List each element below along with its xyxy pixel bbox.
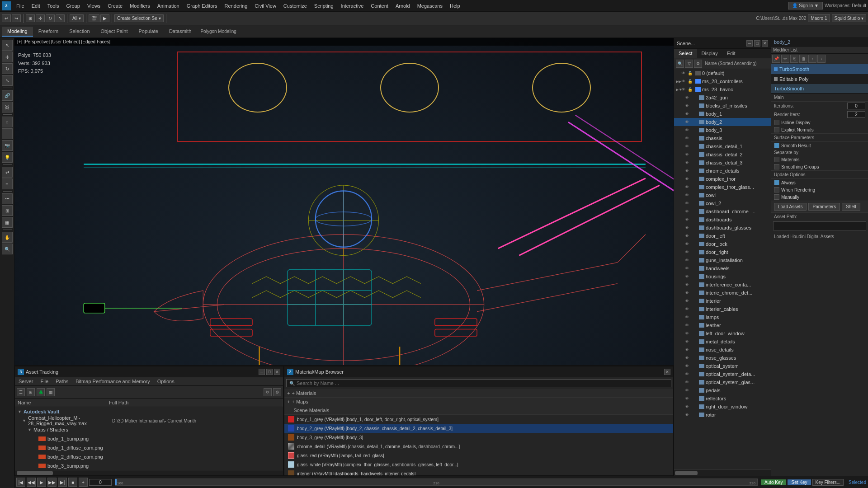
scene-item-interier-cables[interactable]: 👁 interier_cables <box>674 305 771 313</box>
move-button[interactable]: ✛ <box>36 14 45 22</box>
scene-tab-display[interactable]: Display <box>697 49 722 58</box>
scene-item-left-door-window[interactable]: 👁 left_door_window <box>674 329 771 338</box>
ts-explicit-row[interactable]: Explicit Normals <box>771 126 868 133</box>
scene-item-chassis-detail-2[interactable]: 👁 chassis_detail_2 <box>674 150 771 159</box>
lt-move[interactable]: ✛ <box>2 52 13 62</box>
asset-file-list[interactable]: ▼ Autodesk Vault ▼ Combat_Helicopter_Mi-… <box>15 407 283 470</box>
mat-body3-grey[interactable]: body_3_grey (VRayMtl) [body_3] <box>284 433 673 442</box>
scene-maximize-button[interactable]: □ <box>754 40 760 47</box>
ts-materials-row[interactable]: Materials <box>771 156 868 163</box>
ts-always-check[interactable] <box>774 180 779 185</box>
asset-row-autodesk-vault[interactable]: ▼ Autodesk Vault <box>15 407 283 416</box>
ts-render-iters-input[interactable] <box>847 111 865 118</box>
asset-tree-view[interactable]: 🌲 <box>37 388 45 396</box>
render-button[interactable]: ▶ <box>100 14 109 22</box>
menu-rendering[interactable]: Rendering <box>221 2 251 10</box>
asset-row-max-file[interactable]: ▼ Combat_Helicopter_Mi-28_Rigged_max_vra… <box>15 416 283 425</box>
ts-when-rendering-row[interactable]: When Rendering <box>771 186 868 193</box>
asset-refresh-button[interactable]: ↻ <box>264 388 272 396</box>
asset-detail-view[interactable]: ⊞ <box>27 388 35 396</box>
asset-thumb-view[interactable]: ▦ <box>47 388 55 396</box>
menu-scripting[interactable]: Scripting <box>311 2 337 10</box>
mat-glass-white[interactable]: glass_white (VRayMtl) [complex_thor_glas… <box>284 460 673 469</box>
menu-animation[interactable]: Animation <box>154 2 183 10</box>
materials-section-header[interactable]: ++ Materials <box>284 389 673 398</box>
mat-glass-red[interactable]: glass_red (VRayMtl) [lamps, tail_red_gla… <box>284 451 673 460</box>
mod-up-button[interactable]: ↑ <box>808 55 816 63</box>
asset-row-body1-bump[interactable]: body_1_bump.png <box>15 434 283 443</box>
scene-item-door-right[interactable]: 👁 door_right <box>674 248 771 256</box>
material-browser-close[interactable]: ✕ <box>664 369 670 375</box>
scene-item-handweels[interactable]: 👁 handweels <box>674 264 771 272</box>
ts-explicit-check[interactable] <box>774 127 779 132</box>
mod-edit-button[interactable]: ✏ <box>781 55 789 63</box>
ts-always-row[interactable]: Always <box>771 179 868 186</box>
scene-list[interactable]: 👁 🔒 0 (default) ▶ 👁 🔒 ms_28_controllers … <box>674 69 771 469</box>
object-name-field[interactable]: body_2 <box>771 38 868 47</box>
scene-item-blocks-missiles[interactable]: 👁 blocks_of_missiles <box>674 102 771 110</box>
asset-hscroll-thumb[interactable] <box>17 471 53 475</box>
timeline-track[interactable]: 160210220 <box>115 479 758 486</box>
scene-item-chassis-detail-3[interactable]: 👁 chassis_detail_3 <box>674 159 771 167</box>
menu-modifiers[interactable]: Modifiers <box>126 2 154 10</box>
lt-ribbon[interactable]: ▦ <box>2 217 13 228</box>
asset-tracking-maximize[interactable]: □ <box>266 369 273 375</box>
mat-chrome-detail[interactable]: chrome_detail (VRayMtl) [chassis_detail_… <box>284 442 673 451</box>
lt-scale[interactable]: ⤡ <box>2 75 13 86</box>
load-assets-button[interactable]: Load Assets <box>774 203 807 211</box>
scene-item-guns-installation[interactable]: 👁 guns_installation <box>674 256 771 264</box>
lt-align[interactable]: ≡ <box>2 178 13 189</box>
asset-list-view[interactable]: ☰ <box>17 388 25 396</box>
create-selection-set[interactable]: Create Selection Se ▾ <box>114 14 164 22</box>
scene-close-button[interactable]: ✕ <box>762 40 768 47</box>
menu-group[interactable]: Group <box>62 2 84 10</box>
scene-hscroll-thumb[interactable] <box>675 471 698 475</box>
ts-smooth-result-row[interactable]: Smooth Result <box>771 142 868 149</box>
scene-item-default-layer[interactable]: 👁 🔒 0 (default) <box>674 69 771 77</box>
material-search-input[interactable] <box>297 380 668 386</box>
ts-materials-check[interactable] <box>774 157 779 162</box>
lt-helpers[interactable]: + <box>2 128 13 139</box>
material-list[interactable]: body_1_grey (VRayMtl) [body_1, door_left… <box>284 415 673 475</box>
tab-populate[interactable]: Populate <box>133 27 163 37</box>
timeline-frame-field[interactable]: 0 <box>89 479 112 486</box>
menu-arnold[interactable]: Arnold <box>392 2 414 10</box>
modifier-turbosmooth[interactable]: TurboSmooth <box>771 64 868 74</box>
lt-rotate[interactable]: ↻ <box>2 63 13 74</box>
asset-row-maps-shaders[interactable]: ▼ Maps / Shaders <box>15 425 283 434</box>
tab-datasmith[interactable]: Datasmith <box>164 27 197 37</box>
shelf-button[interactable]: Shelf <box>842 203 860 211</box>
mat-interier[interactable]: interier (VRayMtl) [dashboards, handweel… <box>284 469 673 475</box>
select-button[interactable]: ⊞ <box>26 14 35 22</box>
scene-tab-select[interactable]: Select <box>674 49 697 58</box>
scene-item-right-door-window[interactable]: 👁 right_door_window <box>674 403 771 411</box>
mat-body1-grey[interactable]: body_1_grey (VRayMtl) [body_1, door_left… <box>284 415 673 424</box>
asset-menu-file[interactable]: File <box>37 377 52 385</box>
ts-smooth-check[interactable] <box>774 143 779 148</box>
auto-key-button[interactable]: Auto Key <box>761 479 787 485</box>
scene-tab-edit[interactable]: Edit <box>722 49 740 58</box>
rotate-button[interactable]: ↻ <box>46 14 55 22</box>
asset-menu-bitmap[interactable]: Bitmap Performance and Memory <box>72 377 153 385</box>
scene-item-optical-system[interactable]: 👁 optical_system <box>674 362 771 370</box>
timeline-stop[interactable]: ■ <box>68 478 77 487</box>
menu-file[interactable]: File <box>13 2 28 10</box>
macro1-button[interactable]: Macro 1 <box>808 14 830 22</box>
scene-filter-button[interactable]: ▽ <box>685 60 693 68</box>
scene-item-optical-system-deta[interactable]: 👁 optical_system_deta... <box>674 370 771 378</box>
scale-button[interactable]: ⤡ <box>56 14 65 22</box>
scene-item-2a42-gun[interactable]: 👁 2a42_gun <box>674 94 771 102</box>
sign-in-button[interactable]: 👤 Sign In ▼ <box>788 2 823 9</box>
menu-help[interactable]: Help <box>446 2 464 10</box>
maps-section-header[interactable]: ++ Maps <box>284 398 673 406</box>
scene-item-dashboard-chrome[interactable]: 👁 dashboard_chrome_... <box>674 207 771 216</box>
scene-item-chassis-detail-1[interactable]: 👁 chassis_detail_1 <box>674 142 771 150</box>
scene-item-door-left[interactable]: 👁 door_left <box>674 232 771 240</box>
asset-row-body2-diffuse[interactable]: body_2_diffuse_cam.png <box>15 452 283 461</box>
lt-zoom[interactable]: 🔍 <box>2 244 13 254</box>
scene-item-pedals[interactable]: 👁 pedals <box>674 386 771 394</box>
lt-mirror[interactable]: ⇄ <box>2 167 13 178</box>
scene-item-housings[interactable]: 👁 housings <box>674 272 771 281</box>
asset-menu-paths[interactable]: Paths <box>52 377 72 385</box>
timeline-prev-frame[interactable]: |◀ <box>16 478 25 487</box>
